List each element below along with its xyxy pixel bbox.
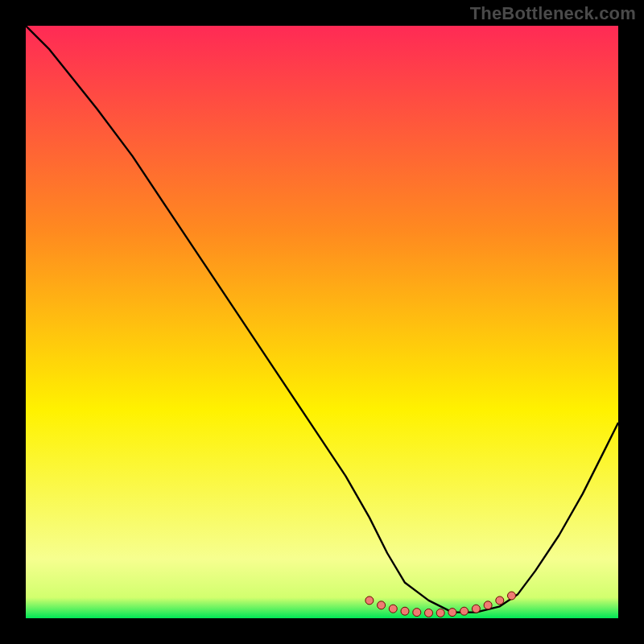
marker-dot (460, 607, 469, 615)
gradient-rect (26, 26, 618, 618)
marker-dot (496, 597, 504, 605)
chart-svg (26, 26, 618, 618)
watermark-text: TheBottleneck.com (470, 3, 636, 24)
marker-dot (508, 592, 516, 600)
marker-dot (436, 609, 444, 617)
marker-dot (472, 605, 480, 613)
marker-dot (484, 601, 492, 609)
marker-dot (389, 605, 397, 613)
marker-dot (425, 609, 433, 617)
marker-dot (378, 601, 386, 609)
marker-dot (448, 609, 456, 617)
marker-dot (365, 597, 374, 605)
marker-dot (413, 609, 421, 617)
plot-area (26, 26, 618, 618)
marker-dot (401, 607, 409, 615)
chart-frame: TheBottleneck.com (0, 0, 644, 644)
